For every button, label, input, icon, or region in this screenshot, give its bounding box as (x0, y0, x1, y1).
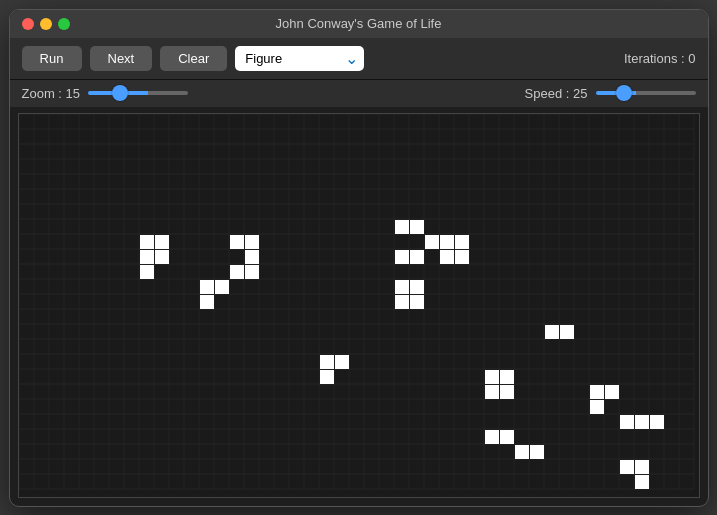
speed-label: Speed : 25 (525, 86, 588, 101)
zoom-group: Zoom : 15 (22, 86, 189, 101)
maximize-button[interactable] (58, 18, 70, 30)
game-grid[interactable] (19, 114, 699, 497)
speed-slider[interactable] (596, 91, 696, 95)
zoom-label: Zoom : 15 (22, 86, 81, 101)
window-title: John Conway's Game of Life (276, 16, 442, 31)
speed-group: Speed : 25 (525, 86, 696, 101)
figure-select[interactable]: FigureGliderBlinkerToadBeaconPulsarPenta… (235, 46, 364, 71)
zoom-slider[interactable] (88, 91, 188, 95)
clear-button[interactable]: Clear (160, 46, 227, 71)
sliders-bar: Zoom : 15 Speed : 25 (10, 80, 708, 107)
close-button[interactable] (22, 18, 34, 30)
title-bar: John Conway's Game of Life (10, 10, 708, 38)
traffic-lights (22, 18, 70, 30)
minimize-button[interactable] (40, 18, 52, 30)
main-window: John Conway's Game of Life Run Next Clea… (9, 9, 709, 507)
toolbar: Run Next Clear FigureGliderBlinkerToadBe… (10, 38, 708, 80)
figure-select-wrap: FigureGliderBlinkerToadBeaconPulsarPenta… (235, 46, 364, 71)
next-button[interactable]: Next (90, 46, 153, 71)
iterations-label: Iterations : 0 (624, 51, 696, 66)
run-button[interactable]: Run (22, 46, 82, 71)
grid-container[interactable] (18, 113, 700, 498)
